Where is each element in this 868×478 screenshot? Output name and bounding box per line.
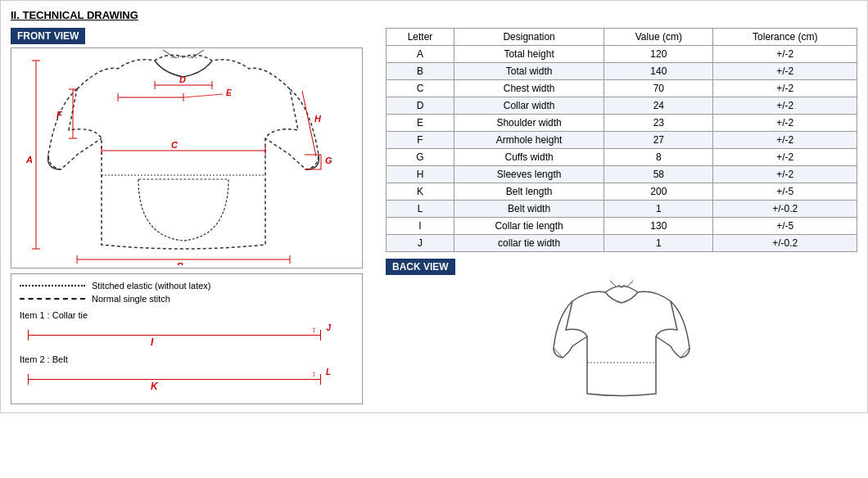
left-panel: FRONT VIEW: [11, 28, 379, 404]
cell-designation: Sleeves length: [454, 166, 604, 183]
svg-text:H: H: [314, 114, 322, 124]
legend-dotted-text: Stitched elastic (without latex): [92, 281, 211, 291]
cell-value: 1: [604, 201, 713, 218]
cell-letter: L: [387, 201, 454, 218]
cell-value: 24: [604, 97, 713, 115]
legend-dashed-text: Normal single stitch: [92, 294, 170, 304]
cell-designation: Collar width: [454, 97, 604, 115]
collar-tie-section: Item 1 : Collar tie J ↕ I: [20, 310, 354, 348]
table-row: B Total width 140 +/-2: [387, 63, 857, 80]
back-view-drawing: [386, 278, 857, 401]
svg-text:F: F: [57, 110, 62, 120]
cell-value: 1: [604, 235, 713, 252]
cell-tolerance: +/-2: [713, 115, 857, 132]
cell-letter: B: [387, 63, 454, 80]
svg-line-1: [192, 50, 204, 58]
legend-dotted-item: Stitched elastic (without latex): [20, 281, 354, 291]
cell-value: 120: [604, 46, 713, 63]
col-tolerance-header: Tolerance (cm): [713, 29, 857, 46]
table-row: G Cuffs width 8 +/-2: [387, 149, 857, 166]
svg-line-34: [610, 281, 617, 287]
right-panel: Letter Designation Value (cm) Tolerance …: [386, 28, 857, 404]
cell-letter: A: [387, 46, 454, 63]
belt-section: Item 2 : Belt L ↕ K: [20, 354, 354, 392]
table-row: F Armhole height 27 +/-2: [387, 132, 857, 149]
table-row: C Chest width 70 +/-2: [387, 80, 857, 97]
cell-designation: Cuffs width: [454, 149, 604, 166]
cell-tolerance: +/-2: [713, 97, 857, 115]
cell-letter: G: [387, 149, 454, 166]
cell-tolerance: +/-2: [713, 166, 857, 183]
svg-text:E: E: [226, 88, 232, 97]
cell-tolerance: +/-2: [713, 132, 857, 149]
belt-k-letter: K: [151, 381, 158, 392]
belt-line: [28, 379, 321, 380]
svg-text:A: A: [25, 155, 33, 165]
svg-line-32: [302, 91, 316, 156]
svg-text:G: G: [325, 156, 332, 165]
collar-tie-j-letter: J: [326, 323, 331, 332]
table-row: A Total height 120 +/-2: [387, 46, 857, 63]
collar-tie-j-arrow: ↕: [312, 325, 316, 334]
cell-tolerance: +/-0.2: [713, 235, 857, 252]
cell-letter: K: [387, 183, 454, 201]
cell-value: 70: [604, 80, 713, 97]
cell-designation: Shoulder width: [454, 115, 604, 132]
cell-tolerance: +/-2: [713, 80, 857, 97]
belt-l-arrow: ↕: [312, 369, 316, 378]
section-title: II. TECHNICAL DRAWING: [11, 9, 857, 21]
collar-tie-i-letter: I: [151, 336, 153, 348]
cell-designation: Belt length: [454, 183, 604, 201]
cell-tolerance: +/-5: [713, 183, 857, 201]
svg-text:D: D: [179, 74, 186, 84]
cell-value: 58: [604, 166, 713, 183]
back-view-label: BACK VIEW: [386, 259, 455, 275]
cell-tolerance: +/-0.2: [713, 201, 857, 218]
garment-front-drawing: A B C D: [11, 47, 363, 268]
collar-tie-diagram: J ↕ I: [20, 322, 354, 348]
svg-line-35: [626, 281, 633, 287]
cell-letter: I: [387, 218, 454, 235]
dashed-line-icon: [20, 298, 85, 300]
cell-tolerance: +/-2: [713, 63, 857, 80]
col-designation-header: Designation: [454, 29, 604, 46]
cell-designation: collar tie width: [454, 235, 604, 252]
cell-letter: C: [387, 80, 454, 97]
collar-tie-label: Item 1 : Collar tie: [20, 310, 354, 320]
cell-designation: Total height: [454, 46, 604, 63]
legend-box: Stitched elastic (without latex) Normal …: [11, 273, 363, 404]
svg-line-23: [183, 94, 223, 97]
table-row: I Collar tie length 130 +/-5: [387, 218, 857, 235]
belt-arrow-right: [320, 374, 321, 385]
belt-label: Item 2 : Belt: [20, 354, 354, 364]
cell-value: 27: [604, 132, 713, 149]
garment-front-svg: A B C D: [11, 48, 355, 265]
cell-letter: D: [387, 97, 454, 115]
collar-tie-line: [28, 335, 321, 336]
table-row: D Collar width 24 +/-2: [387, 97, 857, 115]
dotted-line-icon: [20, 285, 85, 286]
cell-tolerance: +/-2: [713, 46, 857, 63]
cell-value: 200: [604, 183, 713, 201]
table-row: E Shoulder width 23 +/-2: [387, 115, 857, 132]
measurements-table: Letter Designation Value (cm) Tolerance …: [386, 28, 857, 252]
cell-letter: H: [387, 166, 454, 183]
cell-value: 8: [604, 149, 713, 166]
table-header-row: Letter Designation Value (cm) Tolerance …: [387, 29, 857, 46]
cell-designation: Armhole height: [454, 132, 604, 149]
table-row: K Belt length 200 +/-5: [387, 183, 857, 201]
table-row: J collar tie width 1 +/-0.2: [387, 235, 857, 252]
col-value-header: Value (cm): [604, 29, 713, 46]
col-letter-header: Letter: [387, 29, 454, 46]
cell-letter: F: [387, 132, 454, 149]
main-layout: FRONT VIEW: [11, 28, 857, 404]
cell-value: 140: [604, 63, 713, 80]
cell-designation: Belt width: [454, 201, 604, 218]
cell-value: 130: [604, 218, 713, 235]
cell-value: 23: [604, 115, 713, 132]
front-view-label: FRONT VIEW: [11, 28, 85, 44]
cell-tolerance: +/-2: [713, 149, 857, 166]
cell-tolerance: +/-5: [713, 218, 857, 235]
belt-l-letter: L: [326, 368, 331, 377]
table-row: H Sleeves length 58 +/-2: [387, 166, 857, 183]
